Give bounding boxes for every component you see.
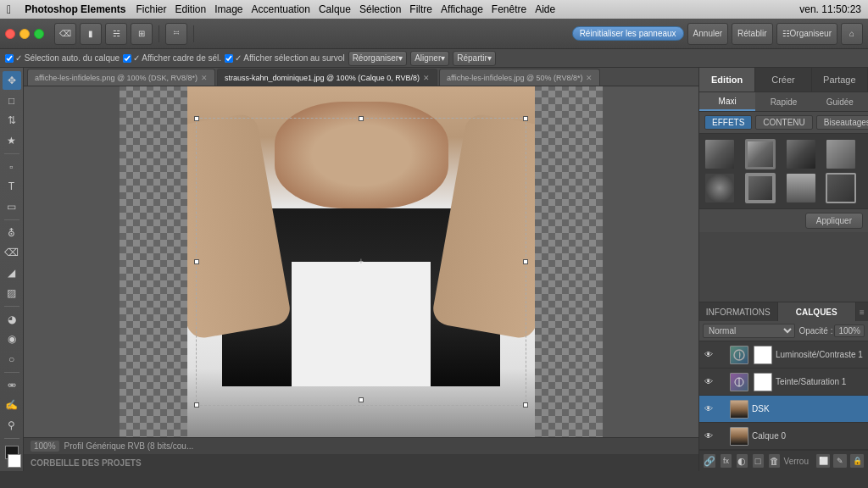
menu-selection[interactable]: Sélection [359,3,401,15]
shape-tool[interactable]: ▭ [3,197,21,216]
effect-thumb-6[interactable] [745,173,776,203]
tab-2-close[interactable]: ✕ [586,74,593,82]
gradient-tool[interactable]: ▨ [3,284,21,302]
tab-0[interactable]: affiche-les-infideles.png @ 100% (DSK, R… [27,69,215,86]
checker-left [120,86,187,437]
layer-item-2[interactable]: 👁 DSK [699,396,868,423]
lock-all-btn[interactable]: 🔒 [849,453,865,469]
canvas-viewport[interactable]: + [24,86,698,437]
layer-new-btn[interactable]: □ [752,453,765,469]
layer-fx-btn[interactable]: fx [720,453,732,469]
show-hover-option[interactable]: ✓ Afficher sélection au survol [225,53,345,63]
zoom-tool[interactable]: ⚲ [3,416,21,435]
toolbar-btn-3[interactable]: ☵ [105,23,127,45]
effect-thumb-5[interactable] [704,173,735,203]
eraser-tool[interactable]: ⌫ [3,244,21,263]
dodge-tool[interactable]: ◉ [3,330,21,348]
layer-item-0[interactable]: 👁 Luminosité/Contraste 1 [699,341,868,369]
home-btn[interactable]: ⌂ [841,23,863,45]
align-btn[interactable]: Aligner▾ [410,51,449,66]
blend-mode-select[interactable]: Normal Multiplication Écran [703,324,795,338]
layer-link-btn[interactable]: 🔗 [703,453,716,469]
effect-thumb-8[interactable] [826,173,856,203]
effect-thumb-7[interactable] [786,173,816,203]
layers-options-btn[interactable]: ≡ [856,302,868,321]
content-tab-btn[interactable]: CONTENU [755,115,812,130]
effect-thumb-4[interactable] [826,139,856,169]
tab-edition[interactable]: Edition [699,68,755,92]
maximize-button[interactable] [34,29,44,39]
effect-thumb-1[interactable] [704,139,735,169]
tab-creer[interactable]: Créer [755,68,811,92]
effects-dropdown[interactable]: Biseautages Lueurs Ombres [816,115,868,130]
blur-tool[interactable]: ◕ [3,310,21,329]
effect-thumb-2[interactable] [745,139,776,169]
show-frame-option[interactable]: ✓ Afficher cadre de sél. [123,53,221,63]
sponge-tool[interactable]: ○ [3,350,21,369]
lasso-tool[interactable]: ⇅ [3,111,21,130]
redo-btn[interactable]: Rétablir [732,23,772,45]
menu-fenetre[interactable]: Fenêtre [492,3,526,15]
magic-wand-tool[interactable]: ★ [3,131,21,150]
toolbar-btn-5[interactable]: ⎶ [165,23,187,45]
crop-tool[interactable]: ▫ [3,158,21,176]
background-color[interactable] [8,454,21,468]
fill-tool[interactable]: ◢ [3,263,21,282]
undo-btn[interactable]: Annuler [687,23,728,45]
apply-button[interactable]: Appliquer [805,213,863,229]
toolbar-btn-4[interactable]: ⊞ [131,23,153,45]
layer-3-visibility[interactable]: 👁 [703,430,715,442]
hand-tool[interactable]: ✍ [3,396,21,414]
tab-1-close[interactable]: ✕ [423,74,430,82]
menu-image[interactable]: Image [214,3,242,15]
layer-delete-btn[interactable]: 🗑 [768,453,781,469]
menu-filtre[interactable]: Filtre [409,3,432,15]
subtab-rapide[interactable]: Rapide [755,92,811,111]
toolbar-btn-2[interactable]: ▮ [80,23,102,45]
menu-edition[interactable]: Edition [175,3,206,15]
toolbar-btn-1[interactable]: ⌫ [54,23,76,45]
apple-menu[interactable]:  [7,3,11,16]
organizer-btn[interactable]: ☷ Organiseur [776,23,837,45]
brush-tool[interactable]: ⛢ [3,224,21,242]
layer-2-visibility[interactable]: 👁 [703,403,715,415]
layer-item-3[interactable]: 👁 Calque 0 [699,423,868,450]
reorganize-btn[interactable]: Réorganiser▾ [348,51,407,66]
layers-tab-info[interactable]: INFORMATIONS [699,302,778,321]
tab-partage[interactable]: Partage [812,68,868,92]
menu-aide[interactable]: Aide [535,3,555,15]
layers-tab-calques[interactable]: CALQUES [778,302,857,321]
tool-sep-1 [4,153,19,154]
menu-calque[interactable]: Calque [319,3,351,15]
lock-paint-btn[interactable]: ✎ [832,453,848,469]
tab-0-close[interactable]: ✕ [201,74,208,82]
menu-fichier[interactable]: Fichier [136,3,166,15]
layer-mask-btn[interactable]: ◐ [736,453,748,469]
effects-tab-btn[interactable]: EFFETS [704,115,752,130]
layer-0-visibility[interactable]: 👁 [703,349,715,361]
effect-thumb-3[interactable] [786,139,816,169]
minimize-button[interactable] [19,29,30,39]
auto-select-option[interactable]: ✓ Sélection auto. du calque [5,53,120,63]
lock-transparent-btn[interactable]: ⬜ [815,453,831,469]
eyedropper-tool[interactable]: ⚮ [3,376,21,395]
lock-icons: ⬜ ✎ 🔒 [815,453,865,469]
window-controls[interactable] [5,29,44,39]
move-tool[interactable]: ✥ [3,71,21,90]
selection-tool[interactable]: □ [3,92,21,110]
reset-panels-btn[interactable]: Réinitialiser les panneaux [572,26,684,41]
tab-1[interactable]: strauss-kahn_dominique1.jpg @ 100% (Calq… [217,69,437,86]
toolbar-sep-1 [159,25,159,42]
layer-1-visibility[interactable]: 👁 [703,376,715,388]
layer-item-1[interactable]: 👁 Teinte/Saturation 1 [699,369,868,396]
menu-affichage[interactable]: Affichage [441,3,483,15]
color-swatches[interactable] [3,446,21,468]
menu-accentuation[interactable]: Accentuation [252,3,310,15]
type-tool[interactable]: T [3,178,21,197]
tab-2[interactable]: affiche-les-infideles.jpg @ 50% (RV8/8*)… [439,69,600,86]
distribute-btn[interactable]: Répartir▾ [453,51,496,66]
close-button[interactable] [5,29,15,39]
subtab-maxi[interactable]: Maxi [699,92,755,111]
opacity-value[interactable]: 100% [834,324,865,337]
subtab-guidee[interactable]: Guidée [812,92,868,111]
